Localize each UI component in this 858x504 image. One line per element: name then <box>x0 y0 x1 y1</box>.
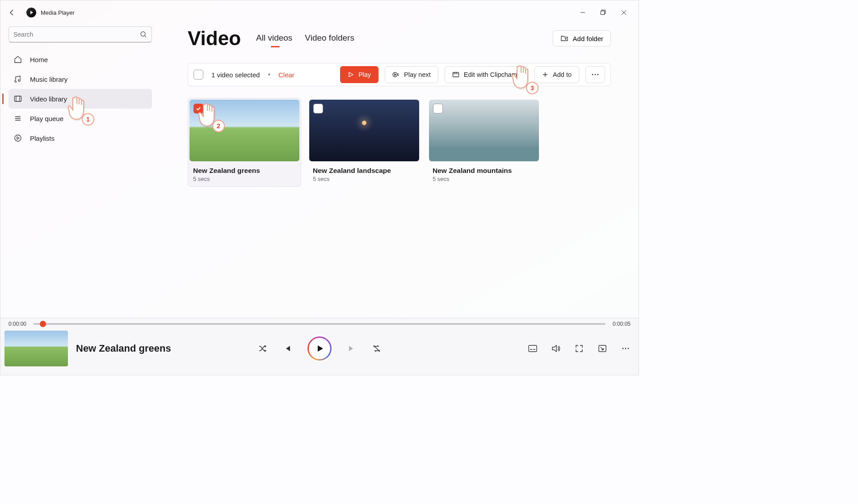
svg-rect-11 <box>529 345 537 352</box>
svg-rect-3 <box>15 96 21 101</box>
skip-next-icon <box>348 344 356 353</box>
svg-point-2 <box>141 32 145 36</box>
player-bar: 0:00:00 0:00:05 New Zealand greens <box>0 318 639 375</box>
folder-plus-icon <box>560 34 568 42</box>
play-pause-button[interactable] <box>307 336 332 361</box>
svg-point-14 <box>625 348 627 349</box>
time-total: 0:00:05 <box>613 321 631 327</box>
app-icon <box>26 8 36 17</box>
volume-button[interactable] <box>551 344 561 353</box>
time-current: 0:00:00 <box>8 321 26 327</box>
miniplayer-icon <box>598 345 606 352</box>
next-button[interactable] <box>347 344 357 353</box>
now-playing-title: New Zealand greens <box>76 343 171 354</box>
more-button[interactable] <box>585 66 605 83</box>
video-checkbox[interactable] <box>313 104 323 113</box>
maximize-button[interactable] <box>593 5 614 20</box>
add-to-button[interactable]: Add to <box>534 66 579 83</box>
more-icon <box>622 348 629 349</box>
select-all-checkbox[interactable] <box>193 70 203 80</box>
video-checkbox[interactable] <box>433 104 443 113</box>
previous-button[interactable] <box>282 344 292 353</box>
maximize-icon <box>601 10 606 15</box>
video-title: New Zealand mountains <box>433 167 535 175</box>
sidebar-item-playlists[interactable]: Playlists <box>8 128 152 148</box>
sidebar-item-music[interactable]: Music library <box>8 69 152 89</box>
shuffle-button[interactable] <box>257 344 267 353</box>
home-icon <box>14 55 22 63</box>
shuffle-icon <box>258 344 267 353</box>
app-window: Media Player Home Music library Video li… <box>0 0 639 375</box>
video-thumbnail[interactable] <box>429 100 539 161</box>
captions-icon <box>528 345 537 352</box>
captions-button[interactable] <box>528 344 538 353</box>
svg-point-13 <box>622 348 624 349</box>
repeat-button[interactable] <box>372 344 382 353</box>
svg-point-8 <box>592 74 593 76</box>
seek-knob[interactable] <box>40 321 46 327</box>
play-button[interactable]: Play <box>340 66 379 83</box>
video-title: New Zealand greens <box>193 167 296 175</box>
music-icon <box>14 75 22 83</box>
queue-icon <box>14 114 22 122</box>
close-button[interactable] <box>614 5 634 20</box>
fullscreen-icon <box>575 344 583 353</box>
skip-previous-icon <box>283 344 291 353</box>
page-title: Video <box>188 27 241 50</box>
back-button[interactable] <box>5 5 19 20</box>
search-box[interactable] <box>8 26 152 42</box>
video-thumbnail[interactable] <box>309 100 419 161</box>
fullscreen-button[interactable] <box>574 344 584 353</box>
more-icon <box>592 74 599 76</box>
close-icon <box>621 10 627 15</box>
back-arrow-icon <box>8 9 16 16</box>
video-icon <box>14 95 22 103</box>
sidebar-item-queue[interactable]: Play queue <box>8 109 152 128</box>
sidebar-item-label: Music library <box>30 76 67 83</box>
minimize-button[interactable] <box>572 5 593 20</box>
sidebar-item-label: Home <box>30 56 48 63</box>
video-card[interactable]: New Zealand landscape 5 secs <box>307 98 421 187</box>
video-duration: 5 secs <box>313 176 416 182</box>
play-icon <box>348 71 354 78</box>
add-folder-button[interactable]: Add folder <box>553 30 611 46</box>
volume-icon <box>551 344 560 353</box>
video-duration: 5 secs <box>433 176 535 182</box>
video-thumbnail[interactable] <box>189 100 299 161</box>
check-icon <box>196 106 201 111</box>
sidebar-item-label: Play queue <box>30 115 63 122</box>
sidebar-item-label: Video library <box>30 95 67 103</box>
edit-clipchamp-button[interactable]: Edit with Clipchamp <box>445 66 528 83</box>
video-checkbox[interactable] <box>193 104 203 113</box>
tab-video-folders[interactable]: Video folders <box>305 33 354 47</box>
selection-count: 1 video selected <box>211 71 260 79</box>
clear-selection-button[interactable]: Clear <box>278 71 294 79</box>
app-title: Media Player <box>41 9 75 16</box>
plus-icon <box>542 71 548 78</box>
svg-point-4 <box>15 135 21 141</box>
play-next-button[interactable]: Play next <box>385 66 438 83</box>
sidebar-item-label: Playlists <box>30 134 55 142</box>
video-card[interactable]: New Zealand mountains 5 secs <box>427 98 541 187</box>
clipchamp-icon <box>452 71 459 78</box>
play-icon <box>315 344 324 353</box>
seek-slider[interactable] <box>34 323 606 325</box>
video-card[interactable]: New Zealand greens 5 secs <box>188 98 301 187</box>
player-more-button[interactable] <box>621 344 631 353</box>
tab-all-videos[interactable]: All videos <box>256 33 292 47</box>
video-duration: 5 secs <box>193 176 296 182</box>
search-input[interactable] <box>13 31 140 38</box>
playlists-icon <box>14 134 22 142</box>
now-playing-thumbnail[interactable] <box>4 331 68 366</box>
svg-point-10 <box>597 74 599 76</box>
svg-rect-7 <box>453 72 458 77</box>
svg-rect-12 <box>599 345 606 352</box>
search-icon <box>140 31 147 38</box>
video-grid: New Zealand greens 5 secs New Zealand la… <box>188 98 611 187</box>
miniplayer-button[interactable] <box>597 344 607 353</box>
selection-bar: 1 video selected • Clear Play Play next … <box>188 63 611 86</box>
repeat-off-icon <box>372 344 381 353</box>
sidebar-item-video[interactable]: Video library <box>8 89 152 109</box>
minimize-icon <box>580 10 585 15</box>
sidebar-item-home[interactable]: Home <box>8 50 152 69</box>
